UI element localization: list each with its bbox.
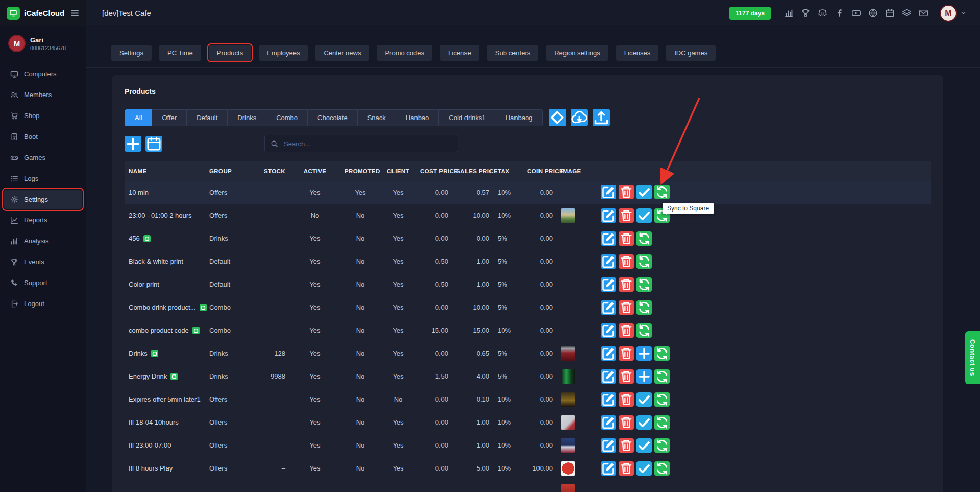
check-button[interactable] xyxy=(636,392,652,407)
check-button[interactable] xyxy=(636,438,652,453)
sidebar-avatar[interactable]: M xyxy=(8,35,26,52)
edit-button[interactable] xyxy=(601,438,616,453)
tab-pc-time[interactable]: PC Time xyxy=(159,45,201,61)
delete-button[interactable] xyxy=(619,300,634,315)
check-button[interactable] xyxy=(636,208,652,223)
delete-button[interactable] xyxy=(619,323,634,338)
tab-employees[interactable]: Employees xyxy=(259,45,308,61)
tab-center-news[interactable]: Center news xyxy=(315,45,369,61)
sidebar-item-events[interactable]: Events xyxy=(0,251,86,272)
plus-button[interactable] xyxy=(636,346,652,361)
check-button[interactable] xyxy=(636,461,652,476)
sidebar-item-shop[interactable]: Shop xyxy=(0,105,86,126)
tab-license[interactable]: License xyxy=(440,45,479,61)
delete-button[interactable] xyxy=(619,277,634,292)
sidebar-item-members[interactable]: Members xyxy=(0,84,86,105)
sync-button[interactable] xyxy=(636,231,652,246)
sidebar-item-logout[interactable]: Logout xyxy=(0,293,86,314)
edit-button[interactable] xyxy=(601,231,616,246)
calendar-icon[interactable] xyxy=(885,8,895,18)
filter-offer[interactable]: Offer xyxy=(152,109,187,126)
tab-idc-games[interactable]: IDC games xyxy=(666,45,716,61)
tab-products[interactable]: Products xyxy=(209,45,251,61)
sync-button[interactable] xyxy=(654,392,670,407)
delete-button[interactable] xyxy=(619,231,634,246)
filter-default[interactable]: Default xyxy=(187,109,228,126)
edit-button[interactable] xyxy=(601,323,616,338)
date-filter-button[interactable] xyxy=(145,136,162,152)
edit-button[interactable] xyxy=(601,185,616,199)
mail-icon[interactable] xyxy=(919,8,928,18)
filter-snack[interactable]: Snack xyxy=(358,109,396,126)
search-input[interactable] xyxy=(283,139,452,148)
filter-combo[interactable]: Combo xyxy=(266,109,308,126)
sidebar-item-games[interactable]: Games xyxy=(0,147,86,168)
sync-button[interactable] xyxy=(636,254,652,269)
hamburger-menu-icon[interactable] xyxy=(70,8,80,18)
square-sync-button[interactable] xyxy=(549,109,566,126)
sidebar-item-support[interactable]: Support xyxy=(0,272,86,293)
sync-button[interactable] xyxy=(636,323,652,338)
sync-button[interactable] xyxy=(636,300,652,315)
user-avatar[interactable]: M xyxy=(940,5,957,22)
sync-button[interactable] xyxy=(654,415,670,430)
edit-button[interactable] xyxy=(601,392,616,407)
days-badge[interactable]: 1177 days xyxy=(729,7,771,20)
trophy-icon[interactable] xyxy=(801,8,811,18)
filter-chocolate[interactable]: Chocolate xyxy=(308,109,358,126)
delete-button[interactable] xyxy=(619,208,634,223)
plus-button[interactable] xyxy=(636,369,652,384)
edit-button[interactable] xyxy=(601,277,616,292)
check-button[interactable] xyxy=(636,415,652,430)
sidebar-item-computers[interactable]: Computers xyxy=(0,63,86,84)
cloud-import-button[interactable] xyxy=(571,109,588,126)
layers-icon[interactable] xyxy=(902,8,912,18)
edit-button[interactable] xyxy=(601,369,616,384)
sidebar-item-reports[interactable]: Reports xyxy=(0,209,86,230)
delete-button[interactable] xyxy=(619,185,634,199)
delete-button[interactable] xyxy=(619,461,634,476)
delete-button[interactable] xyxy=(619,415,634,430)
chevron-down-icon[interactable] xyxy=(960,10,967,16)
filter-hanbaog[interactable]: Hanbaog xyxy=(496,109,543,126)
sync-button[interactable] xyxy=(636,277,652,292)
sync-button[interactable] xyxy=(654,438,670,453)
stats-icon[interactable] xyxy=(784,8,794,18)
youtube-icon[interactable] xyxy=(851,8,861,18)
tab-region-settings[interactable]: Region settings xyxy=(546,45,608,61)
filter-hanbao[interactable]: Hanbao xyxy=(396,109,439,126)
edit-button[interactable] xyxy=(601,254,616,269)
globe-icon[interactable] xyxy=(868,8,878,18)
delete-button[interactable] xyxy=(619,369,634,384)
contact-us-button[interactable]: Contact us xyxy=(965,331,980,384)
tab-promo-codes[interactable]: Promo codes xyxy=(377,45,432,61)
sidebar-item-analysis[interactable]: Analysis xyxy=(0,230,86,251)
sync-button[interactable] xyxy=(654,185,670,199)
upload-button[interactable] xyxy=(593,109,610,126)
filter-drinks[interactable]: Drinks xyxy=(228,109,266,126)
edit-button[interactable] xyxy=(601,300,616,315)
sync-button[interactable] xyxy=(654,461,670,476)
filter-cold-drinks1[interactable]: Cold drinks1 xyxy=(439,109,496,126)
sync-button[interactable] xyxy=(654,369,670,384)
check-button[interactable] xyxy=(636,185,652,199)
edit-button[interactable] xyxy=(601,346,616,361)
tab-settings[interactable]: Settings xyxy=(111,45,152,61)
filter-all[interactable]: All xyxy=(125,109,152,126)
facebook-icon[interactable] xyxy=(835,8,844,18)
edit-button[interactable] xyxy=(601,461,616,476)
edit-button[interactable] xyxy=(601,208,616,223)
delete-button[interactable] xyxy=(619,438,634,453)
sync-button[interactable] xyxy=(654,346,670,361)
sidebar-item-logs[interactable]: Logs xyxy=(0,168,86,189)
delete-button[interactable] xyxy=(619,346,634,361)
tab-sub-centers[interactable]: Sub centers xyxy=(487,45,538,61)
add-product-button[interactable] xyxy=(125,136,141,152)
tab-licenses[interactable]: Licenses xyxy=(616,45,658,61)
discord-icon[interactable] xyxy=(818,8,827,18)
edit-button[interactable] xyxy=(601,415,616,430)
delete-button[interactable] xyxy=(619,392,634,407)
delete-button[interactable] xyxy=(619,254,634,269)
sidebar-item-settings[interactable]: Settings xyxy=(4,190,82,209)
sidebar-item-boot[interactable]: Boot xyxy=(0,126,86,147)
